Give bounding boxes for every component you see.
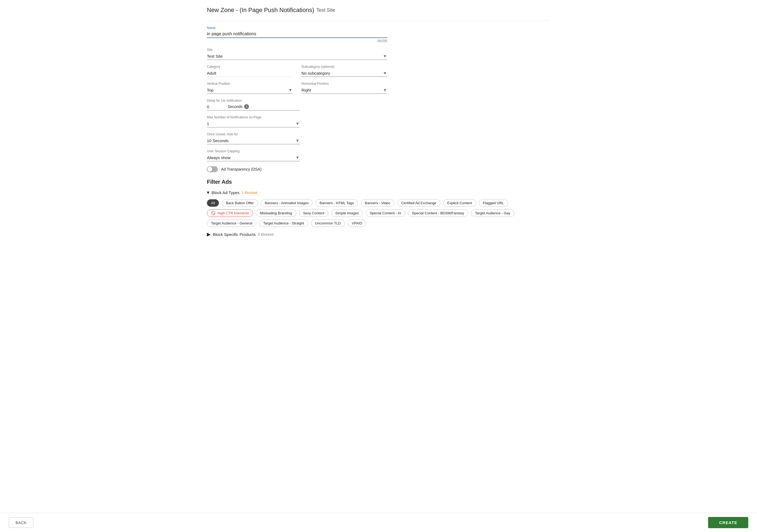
subcategory-select[interactable]: No subcategory — [301, 71, 387, 76]
tag-uncommon-tld[interactable]: Uncommon TLD — [311, 220, 345, 227]
block-specific-header[interactable]: ▶ Block Specific Products 0 Blocked — [207, 231, 550, 237]
user-session-label: User Session Capping — [207, 149, 300, 153]
block-ad-types-label: Block Ad Types — [212, 190, 239, 195]
once-closed-select[interactable]: 10 Seconds 30 Seconds 60 Seconds — [207, 138, 300, 143]
horizontal-position-select[interactable]: Right Left — [301, 88, 387, 92]
footer-bar: BACK CREATE — [0, 513, 757, 532]
page-title: New Zone - (In Page Push Notifications) — [207, 7, 314, 14]
dsa-label: Ad Transparency (DSA) — [221, 167, 261, 172]
delay-info-icon[interactable]: i — [244, 104, 249, 109]
max-notifications-select[interactable]: 1 2 3 — [207, 121, 300, 126]
tag-special-bdsm[interactable]: Special Content - BDSM/Fantasy — [408, 209, 469, 217]
tag-target-gay[interactable]: Target Audience - Gay — [471, 209, 514, 217]
tag-back-button[interactable]: Back Button Offer — [222, 199, 258, 207]
tag-flagged-url[interactable]: Flagged URL — [479, 199, 508, 207]
vertical-position-select[interactable]: Top Bottom — [207, 88, 293, 92]
tag-sexy[interactable]: Sexy Content — [299, 209, 328, 217]
tag-special-ai[interactable]: Special Content - AI — [366, 209, 405, 217]
name-input[interactable] — [207, 30, 387, 38]
block-icon: 🚫 — [211, 211, 215, 215]
block-ad-types-chevron: ▾ — [207, 189, 209, 196]
tag-certified-ad[interactable]: Certified Ad Exchange — [397, 199, 440, 207]
tag-all[interactable]: All — [207, 199, 219, 207]
tag-target-general[interactable]: Target Audience - General — [207, 220, 256, 227]
delay-label: Delay for 1st notification — [207, 99, 300, 103]
block-ad-types-count: 1 Blocked — [242, 191, 257, 195]
block-specific-chevron: ▶ — [207, 231, 211, 237]
char-count: 26/255 — [207, 39, 387, 43]
vertical-position-label: Vertical Position — [207, 82, 293, 85]
filter-ads-title: Filter Ads — [207, 179, 550, 185]
name-label: Name — [207, 26, 387, 30]
tag-banners-animated[interactable]: Banners - Animated Images — [261, 199, 313, 207]
delay-input[interactable] — [207, 105, 223, 109]
tag-misleading[interactable]: Misleading Branding — [256, 209, 296, 217]
delay-unit-label: Seconds — [227, 105, 242, 109]
site-label: Site — [207, 48, 387, 52]
user-session-select[interactable]: Always show Once per session — [207, 155, 300, 160]
dsa-toggle[interactable] — [207, 166, 218, 172]
site-name: Test Site — [317, 7, 335, 13]
create-button[interactable]: CREATE — [708, 517, 748, 528]
max-notifications-label: Max Number of Notifications on Page — [207, 115, 300, 119]
tags-container: AllBack Button OfferBanners - Animated I… — [207, 199, 550, 227]
once-closed-label: Once closed, hide for — [207, 132, 300, 136]
site-select[interactable]: Test Site — [207, 54, 387, 58]
block-specific-label: Block Specific Products — [213, 232, 256, 237]
tag-explicit[interactable]: Explicit Content — [443, 199, 476, 207]
back-button[interactable]: BACK — [9, 517, 33, 528]
tag-vpaid[interactable]: VPAID — [348, 220, 366, 227]
tag-high-ctr[interactable]: 🚫High CTR Elements — [207, 209, 253, 217]
tag-simple-images[interactable]: Simple Images — [331, 209, 363, 217]
block-ad-types-header[interactable]: ▾ Block Ad Types 1 Blocked — [207, 189, 550, 196]
horizontal-position-label: Horizontal Position — [301, 82, 387, 85]
tag-banners-video[interactable]: Banners - Video — [361, 199, 394, 207]
tag-target-straight[interactable]: Target Audience - Straight — [259, 220, 308, 227]
category-value: Adult — [207, 71, 216, 76]
block-specific-count: 0 Blocked — [258, 233, 274, 236]
tag-banners-html[interactable]: Banners - HTML Tags — [316, 199, 358, 207]
category-label: Category — [207, 65, 293, 69]
subcategory-label: Subcategory (optional) — [301, 65, 387, 69]
